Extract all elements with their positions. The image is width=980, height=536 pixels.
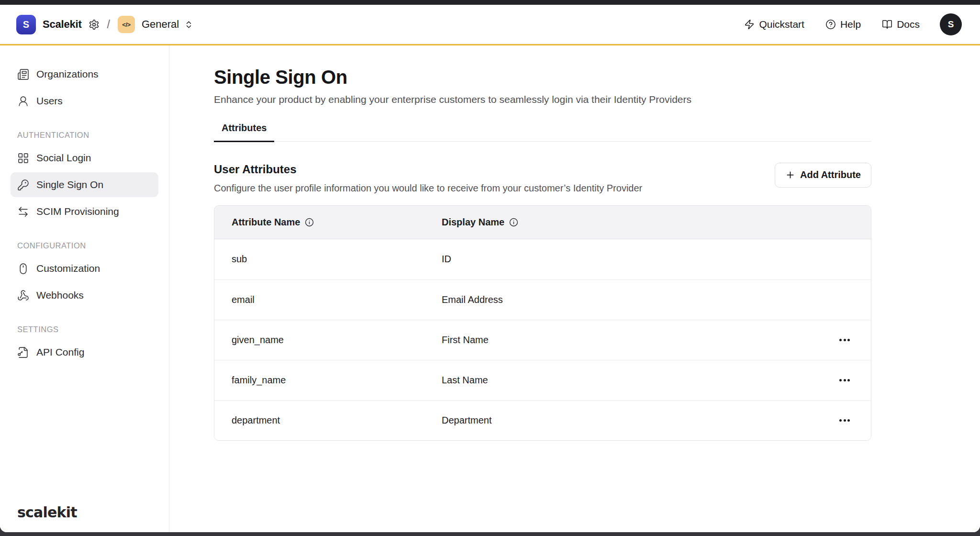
display-name-cell: First Name (442, 335, 839, 346)
header-nav: Quickstart Help Docs S (744, 13, 962, 35)
page-title: Single Sign On (214, 67, 980, 88)
book-open-icon (882, 19, 892, 30)
workspace-logo-initial: S (23, 19, 29, 30)
sidebar-section-configuration: CONFIGURATION (0, 241, 169, 250)
environment-name: General (142, 18, 179, 31)
workspace-name: Scalekit (43, 18, 82, 31)
tab-bar: Attributes (214, 123, 871, 142)
sidebar-item-organizations[interactable]: Organizations (0, 61, 169, 88)
attribute-name-cell: given_name (214, 335, 442, 346)
tab-attributes[interactable]: Attributes (214, 123, 274, 142)
quickstart-label: Quickstart (759, 19, 804, 30)
sidebar-item-webhooks[interactable]: Webhooks (0, 282, 169, 309)
quickstart-link[interactable]: Quickstart (744, 19, 804, 30)
sidebar-item-label: Social Login (36, 152, 91, 164)
add-attribute-label: Add Attribute (800, 169, 861, 180)
display-name-cell: Last Name (442, 375, 839, 386)
workspace-logo[interactable]: S (16, 15, 36, 34)
file-key-icon (17, 346, 29, 358)
attribute-name-cell: sub (214, 254, 442, 265)
sidebar-item-customization[interactable]: Customization (0, 255, 169, 282)
grid-icon (17, 152, 29, 164)
user-avatar[interactable]: S (940, 13, 962, 35)
workspace-settings-button[interactable] (89, 19, 100, 30)
workspace-breadcrumb: S Scalekit / </> General (16, 15, 193, 34)
user-icon (17, 95, 29, 107)
section-description: Configure the user profile information y… (214, 183, 642, 194)
column-attribute-name: Attribute Name (232, 217, 300, 228)
code-icon: </> (122, 21, 130, 28)
scalekit-wordmark: scalekit (17, 504, 77, 521)
info-icon[interactable] (305, 218, 314, 227)
row-menu-button[interactable] (839, 379, 871, 381)
sidebar-item-label: Customization (36, 263, 100, 274)
environment-switcher[interactable] (184, 20, 193, 29)
sidebar-item-api-config[interactable]: API Config (0, 339, 169, 366)
sidebar-item-single-sign-on[interactable]: Single Sign On (11, 172, 158, 197)
attribute-name-cell: family_name (214, 375, 442, 386)
info-icon[interactable] (509, 218, 518, 227)
plus-icon (785, 170, 795, 180)
docs-label: Docs (897, 19, 920, 30)
table-row: sub ID (214, 239, 871, 279)
sidebar-item-label: SCIM Provisioning (36, 206, 119, 217)
sidebar-item-scim-provisioning[interactable]: SCIM Provisioning (0, 198, 169, 225)
sidebar-item-label: Single Sign On (36, 179, 103, 190)
sidebar-section-settings: SETTINGS (0, 325, 169, 334)
sidebar-item-label: API Config (36, 346, 84, 358)
chevrons-up-down-icon (184, 20, 193, 29)
help-link[interactable]: Help (825, 19, 861, 30)
sidebar-item-users[interactable]: Users (0, 88, 169, 114)
help-circle-icon (825, 19, 836, 30)
sidebar-item-label: Users (36, 95, 63, 107)
add-attribute-button[interactable]: Add Attribute (775, 163, 871, 188)
organization-icon (17, 68, 29, 80)
column-display-name: Display Name (442, 217, 504, 228)
top-header: S Scalekit / </> General Quickstart (0, 5, 980, 45)
table-row: family_name Last Name (214, 360, 871, 400)
section-title: User Attributes (214, 163, 642, 176)
table-header-row: Attribute Name Display Name (214, 206, 871, 239)
row-menu-button[interactable] (839, 419, 871, 422)
help-label: Help (840, 19, 861, 30)
sidebar-item-social-login[interactable]: Social Login (0, 145, 169, 171)
webhook-icon (17, 290, 29, 302)
row-menu-button[interactable] (839, 339, 871, 341)
gear-icon (89, 19, 100, 30)
environment-badge[interactable]: </> (118, 16, 135, 33)
docs-link[interactable]: Docs (882, 19, 920, 30)
attribute-name-cell: email (214, 294, 442, 305)
sync-arrows-icon (17, 206, 29, 218)
table-row: department Department (214, 400, 871, 440)
app-window: S Scalekit / </> General Quickstart (0, 5, 980, 532)
window-top-edge (0, 0, 980, 5)
table-row: email Email Address (214, 279, 871, 320)
display-name-cell: Department (442, 415, 839, 426)
sidebar-item-label: Organizations (36, 68, 99, 80)
zap-icon (744, 19, 755, 30)
attributes-table: Attribute Name Display Name (214, 205, 871, 441)
sidebar-section-authentication: AUTHENTICATION (0, 131, 169, 140)
breadcrumb-separator: / (107, 18, 110, 31)
avatar-initial: S (948, 19, 954, 30)
desktop-background: S Scalekit / </> General Quickstart (0, 0, 980, 536)
main-content: Single Sign On Enhance your product by e… (169, 45, 980, 532)
display-name-cell: Email Address (442, 294, 839, 305)
table-row: given_name First Name (214, 320, 871, 360)
mouse-icon (17, 263, 29, 275)
attribute-name-cell: department (214, 415, 442, 426)
sidebar-item-label: Webhooks (36, 290, 84, 301)
sidebar: Organizations Users AUTHENTICATION Socia… (0, 45, 169, 532)
key-icon (17, 179, 29, 191)
display-name-cell: ID (442, 254, 839, 265)
page-subtitle: Enhance your product by enabling your en… (214, 94, 980, 105)
